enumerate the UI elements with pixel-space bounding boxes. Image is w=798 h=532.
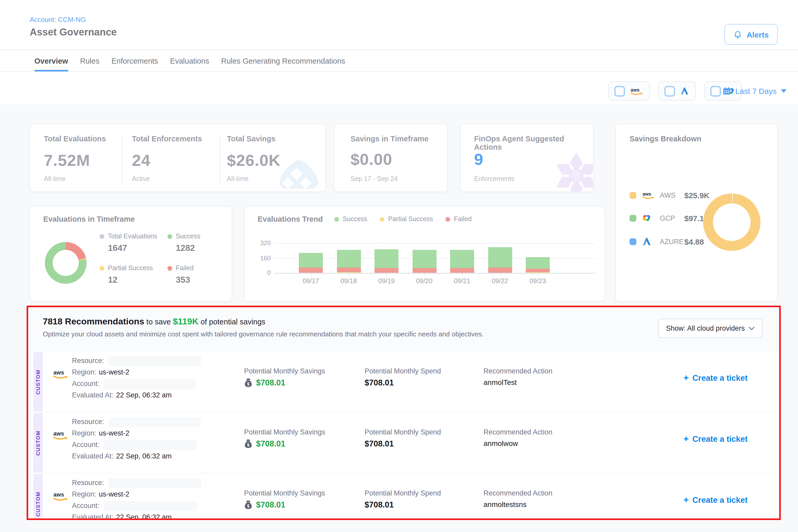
svg-text:aws: aws (54, 491, 64, 498)
legend-text: Total Evaluations (108, 233, 157, 240)
tab-enforcements[interactable]: Enforcements (111, 50, 158, 72)
stat-value: $0.00 (350, 150, 392, 169)
x-axis-label: 09/18 (330, 278, 367, 285)
svg-text:aws: aws (631, 87, 640, 92)
bar-09/20 (412, 250, 436, 273)
svg-text:$: $ (247, 504, 250, 508)
svg-text:$: $ (247, 382, 250, 386)
savings-breakdown-donut-chart (703, 193, 760, 251)
plus-icon: + (684, 495, 689, 505)
azure-logo-icon (680, 86, 689, 96)
flower-watermark-icon (552, 152, 593, 192)
tab-evaluations[interactable]: Evaluations (170, 50, 209, 72)
stat-label: Savings in Timeframe (350, 135, 429, 143)
x-axis-label: 09/21 (443, 278, 481, 285)
evaluations-trend-chart: 016032009/1709/1809/1909/2009/2109/2209/… (245, 207, 605, 302)
redacted-resource-value (108, 478, 201, 488)
legend-dot (100, 234, 104, 239)
provider-savings-value: $4.88 (684, 237, 704, 246)
savings-in-timeframe-card: Savings in Timeframe $0.00 Sep 17 - Sep … (334, 124, 448, 192)
legend-item: Partial Success12 (100, 264, 153, 285)
stat-caption: Sep 17 - Sep 24 (350, 175, 398, 183)
tab-rules[interactable]: Rules (80, 50, 99, 72)
show-cloud-providers-dropdown[interactable]: Show: All cloud providers (658, 319, 762, 338)
redacted-account-value (103, 501, 196, 511)
aws-checkbox[interactable] (614, 86, 625, 96)
azure-checkbox[interactable] (664, 86, 675, 96)
failed-segment (412, 268, 436, 273)
x-tick (538, 273, 538, 276)
alerts-button[interactable]: Alerts (725, 24, 778, 45)
bar-09/18 (337, 250, 361, 273)
evaluations-donut-chart (45, 242, 87, 284)
legend-label: Total Evaluations (100, 233, 157, 240)
bar-09/19 (375, 249, 398, 273)
gcp-checkbox[interactable] (710, 86, 721, 96)
legend-dot (167, 266, 172, 270)
stat-label: Total Enforcements (132, 135, 202, 143)
tab-rules-generating-recommendations[interactable]: Rules Generating Recommendations (221, 50, 345, 72)
cloud-provider-filters: aws (608, 81, 742, 101)
azure-logo-icon (642, 236, 655, 247)
y-axis-label: 320 (250, 240, 271, 247)
bar-09/22 (488, 247, 512, 273)
success-segment (488, 247, 512, 268)
x-tick (500, 273, 500, 276)
gridline (274, 243, 595, 244)
aws-logo-icon: aws (52, 369, 69, 381)
savings-watermark-icon (277, 158, 321, 192)
legend-item: Failed353 (167, 264, 193, 285)
redacted-account-value (103, 379, 196, 389)
card-title: Savings Breakdown (629, 135, 702, 143)
failed-segment (488, 268, 512, 273)
provider-name: AZURE (660, 238, 684, 245)
stat-caption: All-time (44, 175, 65, 183)
money-bag-icon: $ (244, 378, 252, 387)
tab-overview[interactable]: Overview (34, 50, 68, 72)
recommendation-row[interactable]: CUSTOM aws Resource: Region:us-west-2 Ac… (31, 474, 779, 520)
stat-value: $26.0K (227, 151, 281, 170)
stat-caption: Active (132, 175, 150, 183)
create-ticket-button[interactable]: +Create a ticket (663, 495, 768, 506)
plus-icon: + (684, 373, 689, 383)
date-range-picker[interactable]: Last 7 Days (722, 81, 791, 101)
x-tick (349, 273, 349, 276)
page-title: Asset Governance (30, 26, 117, 38)
redacted-resource-value (108, 356, 201, 366)
provider-filter-aws[interactable]: aws (608, 81, 650, 101)
legend-value: 1647 (108, 243, 157, 253)
success-segment (375, 249, 398, 268)
legend-item: Total Evaluations1647 (100, 233, 157, 253)
x-tick (386, 273, 387, 276)
provider-filter-azure[interactable] (658, 81, 696, 101)
y-axis-label: 160 (250, 254, 271, 262)
legend-item: Success1282 (167, 233, 201, 253)
failed-segment (526, 269, 550, 272)
tabs-divider (0, 72, 798, 72)
create-ticket-button[interactable]: +Create a ticket (663, 373, 768, 383)
stat-label: Total Evaluations (44, 135, 106, 143)
recommendations-section-highlight: 7818 Recommendations to save $119K of po… (26, 306, 781, 520)
recommendation-row[interactable]: CUSTOM aws Resource: Region:us-west-2 Ac… (31, 352, 779, 412)
svg-text:aws: aws (54, 430, 64, 437)
evaluations-trend-card: Evaluations Trend SuccessPartial Success… (244, 206, 605, 302)
bar-09/21 (450, 250, 474, 273)
aws-logo-icon: aws (629, 86, 644, 95)
calendar-icon (722, 87, 731, 95)
svg-text:$: $ (247, 443, 250, 447)
legend-swatch (629, 192, 636, 198)
recommendation-row[interactable]: CUSTOM aws Resource: Region:us-west-2 Ac… (31, 413, 779, 473)
create-ticket-button[interactable]: +Create a ticket (663, 434, 768, 444)
account-breadcrumb[interactable]: Account: CCM-NG (30, 16, 86, 23)
caret-down-icon (781, 89, 786, 93)
y-axis-label: 0 (250, 269, 271, 277)
aws-logo-icon: aws (52, 491, 69, 503)
bar-09/17 (299, 253, 323, 273)
x-axis-label: 09/20 (405, 278, 443, 285)
stat-caption: Enforcements (474, 175, 514, 183)
success-segment (526, 257, 550, 269)
x-axis-label: 09/17 (292, 278, 330, 285)
legend-text: Success (176, 233, 201, 240)
asset-governance-page: Account: CCM-NG Asset Governance Alerts … (0, 0, 798, 532)
x-axis-label: 09/23 (519, 278, 556, 285)
